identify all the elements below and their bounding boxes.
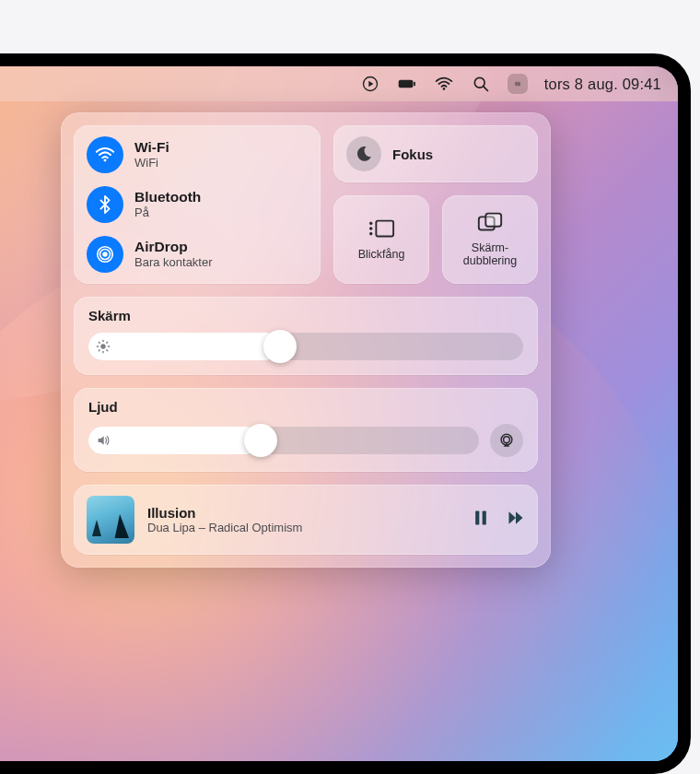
track-title: Illusion <box>147 505 459 521</box>
brightness-icon <box>96 339 111 354</box>
airdrop-icon <box>87 236 123 273</box>
control-center-menubar-icon[interactable] <box>508 74 528 94</box>
airplay-audio-button[interactable] <box>490 424 523 457</box>
svg-point-16 <box>369 228 372 230</box>
svg-point-7 <box>516 82 517 83</box>
svg-point-30 <box>504 437 510 443</box>
svg-line-28 <box>107 342 108 343</box>
svg-line-26 <box>107 350 108 351</box>
screen-mirroring-icon <box>476 211 504 237</box>
bluetooth-title: Bluetooth <box>134 189 201 205</box>
airdrop-title: AirDrop <box>134 239 213 255</box>
now-playing-tile[interactable]: Illusion Dua Lipa – Radical Optimism <box>74 485 538 555</box>
pause-button[interactable] <box>472 509 490 531</box>
track-subtitle: Dua Lipa – Radical Optimism <box>147 521 459 534</box>
connectivity-tile: Wi-Fi WiFi Bluetooth På <box>74 125 321 284</box>
svg-rect-14 <box>376 221 393 237</box>
svg-rect-32 <box>483 511 486 525</box>
svg-line-27 <box>99 350 99 351</box>
svg-point-17 <box>369 232 372 235</box>
control-center-panel: Wi-Fi WiFi Bluetooth På <box>61 112 551 568</box>
slider-thumb[interactable] <box>244 424 277 457</box>
next-track-button[interactable] <box>507 509 525 531</box>
sound-volume-tile: Ljud <box>74 388 538 472</box>
screen-mirroring-label: Skärm- dubblering <box>463 242 517 268</box>
screen-mirroring-button[interactable]: Skärm- dubblering <box>442 195 538 284</box>
svg-point-20 <box>100 344 105 348</box>
wifi-menubar-icon[interactable] <box>434 74 454 94</box>
wifi-icon <box>87 136 123 173</box>
svg-point-3 <box>442 88 445 90</box>
spotlight-icon[interactable] <box>471 74 491 94</box>
album-art <box>87 496 134 544</box>
speaker-icon <box>96 433 111 448</box>
svg-rect-2 <box>414 82 415 86</box>
battery-icon[interactable] <box>397 74 417 94</box>
wifi-toggle[interactable]: Wi-Fi WiFi <box>87 136 308 173</box>
sound-label: Ljud <box>88 399 523 415</box>
wifi-status: WiFi <box>134 156 169 170</box>
svg-point-11 <box>102 252 108 257</box>
stage-manager-label: Blickfång <box>358 249 405 262</box>
bluetooth-status: På <box>134 205 201 220</box>
stage-manager-toggle[interactable]: Blickfång <box>333 195 429 284</box>
svg-rect-1 <box>398 80 413 88</box>
bluetooth-toggle[interactable]: Bluetooth På <box>87 186 308 223</box>
focus-toggle[interactable]: Fokus <box>333 125 538 182</box>
svg-line-5 <box>484 87 488 91</box>
sound-volume-slider[interactable] <box>88 427 479 454</box>
desktop-wallpaper: tors 8 aug. 09:41 Wi-Fi WiFi <box>0 66 678 761</box>
menubar-datetime[interactable]: tors 8 aug. 09:41 <box>544 76 661 93</box>
menubar: tors 8 aug. 09:41 <box>0 66 678 101</box>
laptop-frame: tors 8 aug. 09:41 Wi-Fi WiFi <box>0 53 691 774</box>
bluetooth-icon <box>87 186 123 223</box>
display-brightness-tile: Skärm <box>74 297 538 375</box>
moon-icon <box>346 136 381 171</box>
focus-label: Fokus <box>392 147 433 162</box>
wifi-title: Wi-Fi <box>134 139 169 156</box>
svg-point-15 <box>369 222 372 225</box>
svg-rect-19 <box>485 214 501 227</box>
airdrop-toggle[interactable]: AirDrop Bara kontakter <box>87 236 308 273</box>
stage-manager-icon <box>368 217 395 243</box>
svg-rect-31 <box>475 511 479 525</box>
display-brightness-slider[interactable] <box>88 333 523 360</box>
display-label: Skärm <box>88 308 523 323</box>
svg-point-9 <box>519 85 519 86</box>
svg-line-25 <box>99 342 99 343</box>
svg-point-10 <box>104 158 107 161</box>
now-playing-menubar-icon[interactable] <box>360 74 380 94</box>
airdrop-status: Bara kontakter <box>134 255 213 270</box>
slider-thumb[interactable] <box>263 330 297 363</box>
